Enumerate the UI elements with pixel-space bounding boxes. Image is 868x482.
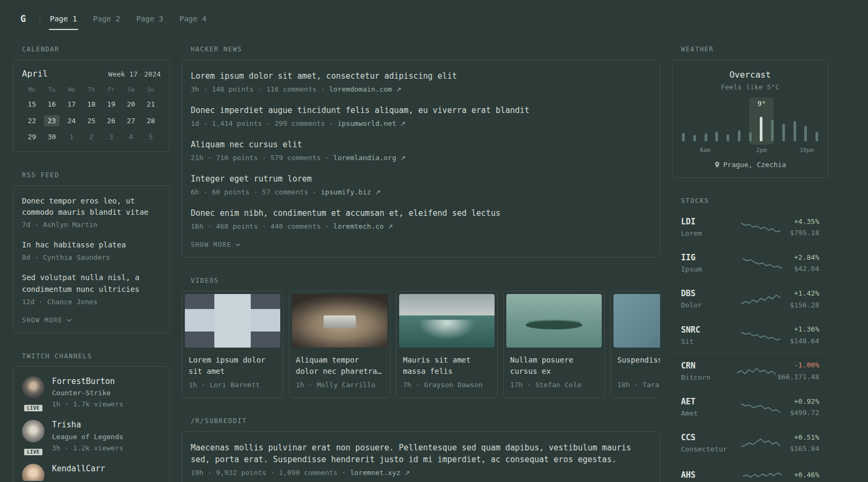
stock-row[interactable]: SNRC Sit +1.36% $148.64 <box>672 318 828 354</box>
stock-row[interactable]: CRN Bitcorn -1.00% $66,171.48 <box>672 354 828 390</box>
videos-widget: VIDEOS Lorem ipsum dolor sit amet consec… <box>182 277 660 398</box>
post-domain-link[interactable]: loremnet.xyz ↗ <box>350 469 410 477</box>
subreddit-widget-title: /R/SUBREDDIT <box>191 417 660 425</box>
stock-sparkline <box>742 328 780 343</box>
calendar-day: 22 <box>24 115 40 127</box>
video-meta: 17h · Stefan Cole <box>504 377 604 397</box>
twitch-channel[interactable]: LIVE KendallCarr <box>22 464 161 482</box>
post-meta-text: 19h · 9,932 points · 1,090 comments · <box>191 469 346 477</box>
stock-row[interactable]: LDI Lorem +4.35% $795.18 <box>672 210 828 246</box>
story-domain-link[interactable]: loremtech.co ↗ <box>333 222 393 230</box>
post-title[interactable]: Maecenas mollis pulvinar erat non posuer… <box>191 442 651 466</box>
stock-symbol[interactable]: SNRC <box>681 325 737 335</box>
story-domain-link[interactable]: ipsumify.biz ↗ <box>321 188 381 196</box>
stock-price: $795.18 <box>790 228 819 238</box>
rss-show-more-button[interactable]: SHOW MORE <box>22 317 72 324</box>
tab-page-4[interactable]: Page 4 <box>178 0 208 37</box>
app-logo[interactable]: G <box>13 13 33 24</box>
video-title[interactable]: Mauris sit amet massa felis <box>396 350 497 377</box>
calendar-day: 27 <box>123 115 139 127</box>
weather-time-axis: 6am 2pm 10pm <box>682 147 818 154</box>
rss-item-title[interactable]: Donec tempor eros leo, ut commodo mauris… <box>22 195 161 219</box>
channel-name[interactable]: KendallCarr <box>52 464 105 475</box>
chevron-down-icon <box>66 319 72 322</box>
right-column: WEATHER Overcast Feels like 5°C 9° 6am 2… <box>672 46 828 482</box>
post-domain: loremnet.xyz <box>350 469 400 477</box>
stock-price: $148.64 <box>790 336 819 346</box>
video-thumbnail[interactable] <box>613 294 660 348</box>
story-title[interactable]: Donec imperdiet augue tincidunt felis al… <box>191 105 651 117</box>
twitch-channel[interactable]: LIVE Trisha League of Legends 3h · 1.2k … <box>22 420 161 453</box>
stock-change: +0.46% <box>794 471 819 479</box>
stock-symbol[interactable]: IIG <box>681 253 737 262</box>
channel-info: KendallCarr <box>52 464 105 482</box>
stock-row[interactable]: AET Amet +0.92% $499.72 <box>672 390 828 426</box>
weather-bar <box>794 121 796 141</box>
calendar-day-next-month: 4 <box>125 131 137 143</box>
stock-symbol[interactable]: AET <box>681 397 737 406</box>
post-item: Maecenas mollis pulvinar erat non posuer… <box>191 442 651 478</box>
stock-symbol[interactable]: CRN <box>681 361 737 371</box>
video-title[interactable]: Aliquam tempor dolor nec pharetra… <box>289 350 390 377</box>
tab-page-2[interactable]: Page 2 <box>92 0 122 37</box>
channel-name[interactable]: Trisha <box>52 420 123 431</box>
channel-name[interactable]: ForrestBurton <box>52 376 123 387</box>
story-title[interactable]: Integer eget rutrum lorem <box>191 174 651 185</box>
video-card[interactable]: Lorem ipsum dolor sit amet consectetu… 1… <box>182 291 283 398</box>
stock-name: Ipsum <box>681 265 737 274</box>
story-domain-link[interactable]: loremdomain.com ↗ <box>329 85 401 93</box>
video-thumbnail[interactable] <box>292 294 387 348</box>
rss-item-title[interactable]: In hac habitasse platea <box>22 239 161 251</box>
hackernews-card: Lorem ipsum dolor sit amet, consectetur … <box>182 59 660 258</box>
stock-symbol[interactable]: AHS <box>681 470 737 480</box>
story-item: Integer eget rutrum lorem 6h · 60 points… <box>191 174 651 197</box>
stocks-widget-title: STOCKS <box>681 197 828 205</box>
twitch-widget: TWITCH CHANNELS LIVE ForrestBurton Count… <box>13 352 170 482</box>
stock-row[interactable]: IIG Ipsum +2.84% $42.04 <box>672 246 828 282</box>
video-card[interactable]: Nullam posuere cursus ex 17h · Stefan Co… <box>503 291 605 398</box>
weather-chart: 9° 6am 2pm 10pm <box>681 99 819 154</box>
rss-item-title[interactable]: Sed volutpat nulla nisl, a condimentum n… <box>22 272 161 295</box>
story-domain-link[interactable]: ipsumworld.net ↗ <box>338 119 406 127</box>
channel-avatar <box>22 464 44 482</box>
video-title[interactable]: Lorem ipsum dolor sit amet consectetu… <box>182 350 283 377</box>
video-thumbnail[interactable] <box>399 294 495 348</box>
show-more-label: SHOW MORE <box>191 241 231 248</box>
stock-symbol[interactable]: DBS <box>681 289 737 298</box>
stock-row[interactable]: DBS Dolor +1.42% $156.28 <box>672 282 828 318</box>
external-link-icon: ↗ <box>400 154 406 162</box>
video-card[interactable]: Suspendisse diam 18h · Tara <box>610 291 660 398</box>
stock-row[interactable]: CCS Consectetur +0.51% $165.84 <box>672 426 828 462</box>
story-title[interactable]: Donec enim nibh, condimentum et accumsan… <box>191 208 651 220</box>
tab-page-3[interactable]: Page 3 <box>135 0 164 37</box>
calendar-day: 19 <box>103 99 119 110</box>
stock-symbol[interactable]: CCS <box>681 433 737 442</box>
stock-name: Dolor <box>681 300 737 310</box>
tab-page-1[interactable]: Page 1 <box>49 0 78 37</box>
video-card[interactable]: Mauris sit amet massa felis 7h · Grayson… <box>396 291 498 398</box>
story-title[interactable]: Lorem ipsum dolor sit amet, consectetur … <box>191 71 651 82</box>
twitch-channel[interactable]: LIVE ForrestBurton Counter-Strike 1h · 1… <box>22 376 161 410</box>
story-domain-link[interactable]: loremlandia.org ↗ <box>333 154 406 162</box>
current-temp-label: 9° <box>758 100 766 108</box>
video-card[interactable]: Aliquam tempor dolor nec pharetra… 1h · … <box>289 291 391 398</box>
stock-symbol[interactable]: LDI <box>681 217 737 227</box>
calendar-day: 30 <box>44 131 60 143</box>
dow-label: We <box>68 86 75 93</box>
rss-item-meta: 8d · Cynthia Saunders <box>22 253 161 262</box>
calendar-separator: · <box>138 70 144 78</box>
calendar-day: 26 <box>103 115 119 127</box>
channel-avatar-wrap: LIVE <box>22 464 44 482</box>
stock-row[interactable]: AHS +0.46% <box>672 462 828 482</box>
video-title[interactable]: Suspendisse diam <box>611 350 660 377</box>
external-link-icon: ↗ <box>400 120 406 127</box>
story-title[interactable]: Aliquam nec cursus elit <box>191 139 651 151</box>
hackernews-show-more-button[interactable]: SHOW MORE <box>191 241 241 248</box>
video-title[interactable]: Nullam posuere cursus ex <box>504 350 604 377</box>
video-thumbnail[interactable] <box>506 294 602 348</box>
calendar-header: April Week 17·2024 <box>22 69 161 79</box>
calendar-day: 16 <box>44 99 60 110</box>
video-thumbnail[interactable] <box>185 294 280 348</box>
stock-values: +2.84% $42.04 <box>794 253 819 274</box>
calendar-card: April Week 17·2024 Mo Tu We Th Fr Sa Su … <box>13 59 170 152</box>
